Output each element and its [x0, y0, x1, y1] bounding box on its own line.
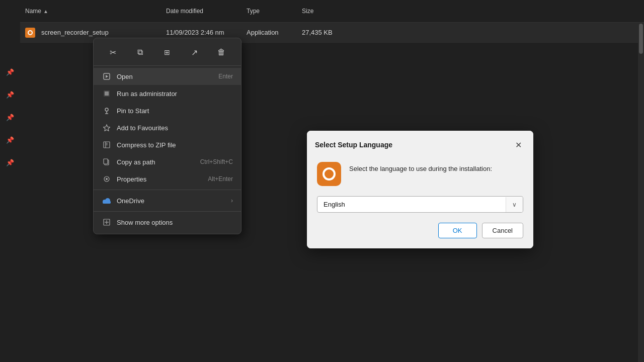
- dialog-title: Select Setup Language: [315, 141, 392, 149]
- compress-zip-icon: [102, 140, 112, 150]
- menu-copy-path-shortcut: Ctrl+Shift+C: [200, 158, 233, 165]
- menu-properties-shortcut: Alt+Enter: [208, 175, 233, 183]
- sidebar-pin-3[interactable]: 📌: [6, 114, 14, 121]
- menu-more-options-label: Show more options: [117, 219, 233, 226]
- menu-onedrive-arrow: ›: [231, 197, 233, 204]
- file-icon: [25, 28, 35, 38]
- svg-point-15: [106, 178, 108, 180]
- sidebar-strip: 📌 📌 📌 📌 📌: [0, 0, 20, 362]
- svg-marker-1: [106, 75, 108, 78]
- sidebar-pin-4[interactable]: 📌: [6, 136, 14, 144]
- menu-item-run-admin[interactable]: Run as administrator: [94, 85, 241, 102]
- copy-path-icon: [102, 157, 112, 167]
- toolbar-share[interactable]: ↗: [186, 44, 202, 60]
- dialog-description: Select the language to use during the in…: [349, 162, 492, 174]
- menu-item-properties[interactable]: Properties Alt+Enter: [94, 170, 241, 188]
- menu-properties-label: Properties: [117, 175, 208, 183]
- menu-item-compress-zip[interactable]: Compress to ZIP file: [94, 136, 241, 153]
- language-select-container: English ∨: [317, 196, 523, 213]
- scrollbar[interactable]: [638, 23, 644, 362]
- menu-open-shortcut: Enter: [218, 73, 233, 80]
- menu-item-copy-path[interactable]: Copy as path Ctrl+Shift+C: [94, 153, 241, 170]
- menu-compress-label: Compress to ZIP file: [117, 141, 233, 149]
- column-headers: Name ▲ Date modified Type Size: [20, 0, 644, 23]
- language-selected-value: English: [317, 197, 506, 212]
- menu-open-label: Open: [117, 73, 218, 80]
- menu-item-pin-start[interactable]: Pin to Start: [94, 102, 241, 119]
- sidebar-pin-2[interactable]: 📌: [6, 91, 14, 99]
- svg-rect-19: [103, 202, 111, 204]
- toolbar-cut[interactable]: ✂: [105, 44, 121, 60]
- properties-icon: [102, 174, 112, 184]
- app-icon-ring: [323, 167, 336, 180]
- menu-item-open[interactable]: Open Enter: [94, 68, 241, 85]
- context-menu-toolbar: ✂ ⧉ ⊞ ↗ 🗑: [94, 41, 241, 66]
- menu-pin-label: Pin to Start: [117, 107, 233, 115]
- menu-copy-path-label: Copy as path: [117, 158, 200, 166]
- toolbar-delete[interactable]: 🗑: [213, 44, 229, 60]
- language-dropdown-arrow: ∨: [506, 197, 523, 212]
- svg-marker-7: [104, 125, 110, 131]
- menu-onedrive-label: OneDrive: [117, 197, 227, 205]
- file-icon-inner: [28, 30, 33, 35]
- app-icon: [317, 162, 341, 186]
- col-header-name[interactable]: Name: [25, 8, 41, 15]
- sidebar-pin-1[interactable]: 📌: [6, 68, 14, 76]
- ok-button[interactable]: OK: [438, 223, 477, 238]
- col-header-date[interactable]: Date modified: [166, 8, 247, 15]
- menu-item-add-fav[interactable]: Add to Favourites: [94, 119, 241, 136]
- language-select-wrapper[interactable]: English ∨: [317, 196, 523, 213]
- add-fav-icon: [102, 123, 112, 133]
- more-options-icon: [102, 217, 112, 227]
- toolbar-copy[interactable]: ⧉: [132, 44, 148, 60]
- run-admin-icon: [102, 88, 112, 99]
- svg-point-4: [105, 108, 108, 111]
- svg-rect-3: [105, 92, 109, 96]
- col-header-type[interactable]: Type: [247, 8, 302, 15]
- dialog-body: Select the language to use during the in…: [307, 157, 533, 248]
- file-date: 11/09/2023 2:46 nm: [166, 29, 247, 36]
- sidebar-pin-5[interactable]: 📌: [6, 159, 14, 166]
- cancel-button[interactable]: Cancel: [482, 223, 523, 238]
- svg-rect-13: [104, 159, 108, 164]
- dialog-close-button[interactable]: ✕: [511, 138, 525, 152]
- file-name: screen_recorder_setup: [41, 29, 109, 36]
- open-icon: [102, 71, 112, 81]
- menu-run-admin-label: Run as administrator: [117, 90, 233, 98]
- dialog-buttons: OK Cancel: [317, 223, 523, 238]
- dialog-titlebar: Select Setup Language ✕: [307, 131, 533, 157]
- onedrive-icon: [102, 196, 112, 206]
- setup-language-dialog: Select Setup Language ✕ Select the langu…: [307, 131, 533, 248]
- col-header-size[interactable]: Size: [302, 8, 352, 15]
- menu-item-more-options[interactable]: Show more options: [94, 214, 241, 231]
- file-type: Application: [247, 29, 302, 36]
- context-menu: ✂ ⧉ ⊞ ↗ 🗑 Open Enter Run as administrato…: [93, 38, 242, 234]
- dialog-description-row: Select the language to use during the in…: [317, 162, 523, 186]
- file-size: 27,435 KB: [302, 29, 352, 36]
- menu-separator-2: [94, 211, 241, 212]
- menu-fav-label: Add to Favourites: [117, 124, 233, 132]
- pin-start-icon: [102, 106, 112, 116]
- scrollbar-thumb[interactable]: [639, 24, 643, 54]
- menu-separator-1: [94, 190, 241, 190]
- sort-arrow: ▲: [43, 9, 48, 14]
- toolbar-paste[interactable]: ⊞: [159, 44, 175, 60]
- menu-item-onedrive[interactable]: OneDrive ›: [94, 192, 241, 209]
